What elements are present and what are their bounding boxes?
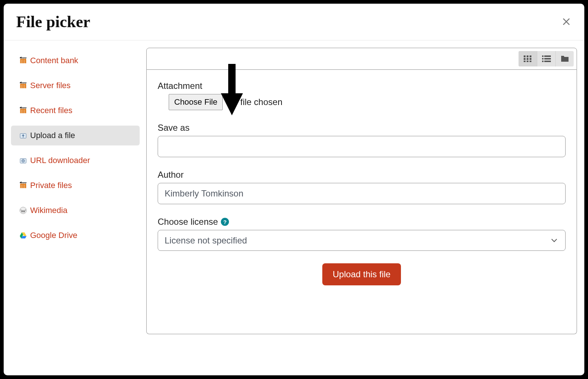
save-as-input[interactable] bbox=[158, 136, 566, 157]
sidebar-item-label: Content bank bbox=[30, 56, 78, 65]
svg-rect-20 bbox=[524, 58, 526, 60]
grid-icon bbox=[524, 55, 532, 62]
sidebar-item-content-bank[interactable]: Content bank bbox=[11, 51, 140, 71]
sidebar-item-label: Upload a file bbox=[30, 131, 75, 140]
svg-rect-27 bbox=[544, 55, 551, 57]
upload-icon bbox=[19, 131, 27, 140]
svg-rect-22 bbox=[530, 58, 531, 60]
svg-rect-30 bbox=[542, 61, 544, 62]
svg-rect-19 bbox=[530, 55, 531, 57]
close-button[interactable] bbox=[562, 16, 571, 28]
svg-rect-21 bbox=[527, 58, 528, 60]
sidebar-item-recent-files[interactable]: Recent files bbox=[11, 101, 140, 120]
license-group: Choose license ? License not specified bbox=[158, 217, 566, 251]
view-list-button[interactable] bbox=[537, 51, 555, 66]
sidebar-item-url-downloader[interactable]: URL downloader bbox=[11, 151, 140, 170]
svg-rect-28 bbox=[542, 58, 544, 59]
view-mode-toggle bbox=[519, 51, 574, 66]
license-help-icon[interactable]: ? bbox=[221, 218, 229, 226]
main-panel: Attachment Choose File No file chosen Sa… bbox=[140, 48, 577, 334]
wiki-icon bbox=[19, 206, 27, 214]
sidebar-item-private-files[interactable]: Private files bbox=[11, 176, 140, 195]
license-label: Choose license ? bbox=[158, 217, 566, 227]
svg-rect-17 bbox=[524, 55, 526, 57]
sidebar-item-label: Google Drive bbox=[30, 231, 77, 240]
folder-icon bbox=[560, 55, 569, 62]
view-tree-button[interactable] bbox=[555, 51, 574, 66]
dialog-body: Content bankServer filesRecent filesUplo… bbox=[4, 40, 584, 368]
sidebar-item-label: Server files bbox=[30, 81, 71, 90]
repository-sidebar: Content bankServer filesRecent filesUplo… bbox=[11, 48, 140, 250]
gdrive-icon bbox=[19, 231, 27, 239]
moodle-icon bbox=[19, 57, 27, 65]
moodle-icon bbox=[19, 181, 27, 190]
close-icon bbox=[562, 17, 571, 26]
author-input[interactable] bbox=[158, 183, 566, 204]
choose-file-button[interactable]: Choose File bbox=[169, 94, 223, 110]
sidebar-item-label: Wikimedia bbox=[30, 206, 67, 215]
license-select[interactable]: License not specified bbox=[158, 230, 566, 251]
moodle-icon bbox=[19, 107, 27, 115]
author-group: Author bbox=[158, 170, 566, 204]
svg-rect-25 bbox=[530, 61, 531, 62]
svg-rect-31 bbox=[544, 61, 551, 62]
sidebar-item-server-files[interactable]: Server files bbox=[11, 76, 140, 95]
attachment-row: Choose File No file chosen bbox=[158, 94, 566, 110]
view-icons-button[interactable] bbox=[519, 51, 537, 66]
upload-file-button[interactable]: Upload this file bbox=[322, 263, 401, 285]
list-icon bbox=[542, 55, 551, 62]
save-as-group: Save as bbox=[158, 123, 566, 157]
svg-rect-24 bbox=[527, 61, 528, 62]
dialog-title: File picker bbox=[16, 12, 90, 31]
save-as-label: Save as bbox=[158, 123, 566, 133]
attachment-label: Attachment bbox=[158, 81, 566, 91]
no-file-text: No file chosen bbox=[226, 97, 282, 107]
sidebar-item-google-drive[interactable]: Google Drive bbox=[11, 225, 140, 245]
sidebar-item-upload-a-file[interactable]: Upload a file bbox=[11, 126, 140, 145]
license-label-text: Choose license bbox=[158, 217, 218, 227]
svg-point-13 bbox=[20, 207, 26, 214]
sidebar-item-label: Recent files bbox=[30, 106, 72, 115]
svg-rect-26 bbox=[542, 55, 544, 57]
main-toolbar bbox=[146, 48, 577, 70]
upload-form-panel: Attachment Choose File No file chosen Sa… bbox=[146, 70, 577, 334]
moodle-icon bbox=[19, 82, 27, 90]
svg-rect-23 bbox=[524, 61, 526, 62]
dialog-header: File picker bbox=[4, 4, 584, 40]
svg-rect-29 bbox=[544, 58, 551, 59]
sidebar-item-label: URL downloader bbox=[30, 156, 90, 165]
file-picker-dialog: File picker Content bankServer filesRece… bbox=[4, 4, 584, 375]
svg-rect-18 bbox=[527, 55, 528, 57]
sidebar-item-label: Private files bbox=[30, 181, 72, 190]
author-label: Author bbox=[158, 170, 566, 180]
url-icon bbox=[19, 156, 27, 165]
sidebar-item-wikimedia[interactable]: Wikimedia bbox=[11, 201, 140, 220]
